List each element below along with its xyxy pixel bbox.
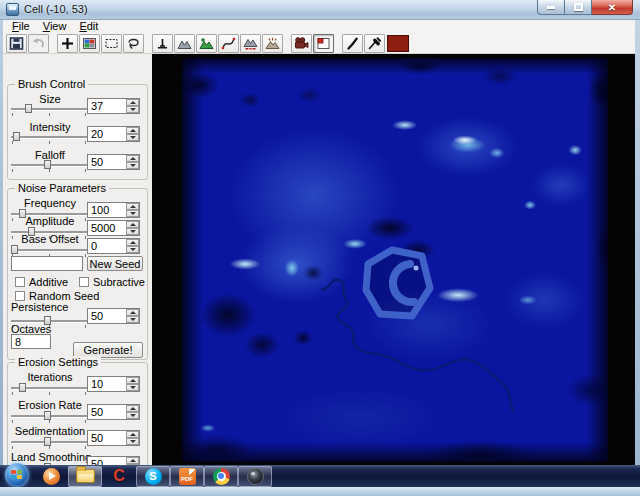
spin-up-button[interactable] bbox=[126, 309, 139, 316]
erosion-rate-slider-thumb[interactable] bbox=[44, 411, 51, 420]
overlay-toggle-button[interactable] bbox=[313, 34, 334, 53]
menu-file[interactable]: File bbox=[7, 20, 38, 33]
taskbar-chrome[interactable] bbox=[204, 466, 238, 487]
iterations-slider[interactable] bbox=[11, 383, 87, 395]
vegetation-icon bbox=[199, 37, 214, 50]
spin-up-button[interactable] bbox=[126, 221, 139, 228]
raise-terrain-button[interactable] bbox=[174, 34, 195, 53]
window-controls: ✕ bbox=[537, 0, 633, 15]
erosion-rate-field bbox=[87, 404, 140, 420]
heightmap-image[interactable] bbox=[182, 58, 608, 462]
iterations-input[interactable] bbox=[88, 377, 126, 391]
land-smoothing-input[interactable] bbox=[88, 457, 126, 465]
title-bar[interactable]: Cell (-10, 53) ✕ bbox=[0, 0, 640, 20]
additive-label: Additive bbox=[29, 276, 68, 288]
taskbar-pdf[interactable]: PDF bbox=[170, 466, 204, 487]
minimize-icon bbox=[547, 6, 555, 9]
structure-dot bbox=[414, 266, 419, 271]
start-button[interactable] bbox=[0, 466, 34, 487]
base-offset-slider-thumb[interactable] bbox=[11, 245, 18, 254]
spin-up-button[interactable] bbox=[126, 405, 139, 412]
raise-terrain-icon bbox=[177, 37, 192, 50]
falloff-slider-thumb[interactable] bbox=[44, 160, 51, 169]
sedimentation-slider[interactable] bbox=[11, 437, 87, 449]
intensity-input[interactable] bbox=[88, 127, 126, 141]
frequency-input[interactable] bbox=[88, 203, 126, 217]
menu-edit[interactable]: Edit bbox=[74, 20, 106, 33]
erosion-rate-input[interactable] bbox=[88, 405, 126, 419]
erode-terrain-button[interactable] bbox=[262, 34, 283, 53]
sedimentation-input[interactable] bbox=[88, 431, 126, 445]
new-seed-button[interactable]: New Seed bbox=[87, 256, 143, 271]
octaves-input[interactable] bbox=[11, 334, 51, 349]
eyedropper-button[interactable] bbox=[364, 34, 385, 53]
spin-down-button[interactable] bbox=[126, 412, 139, 419]
taskbar-explorer[interactable] bbox=[68, 466, 102, 487]
menu-view[interactable]: View bbox=[38, 20, 75, 33]
subractive-checkbox[interactable] bbox=[79, 277, 89, 287]
spin-up-button[interactable] bbox=[126, 431, 139, 438]
window-title: Cell (-10, 53) bbox=[24, 3, 88, 15]
size-input[interactable] bbox=[88, 99, 126, 113]
additive-checkbox[interactable] bbox=[15, 277, 25, 287]
chrome-icon bbox=[213, 468, 230, 485]
color-swatch[interactable] bbox=[387, 35, 409, 52]
undo-button[interactable] bbox=[28, 34, 49, 53]
random-seed-checkbox[interactable] bbox=[15, 291, 25, 301]
spin-down-button[interactable] bbox=[126, 438, 139, 445]
taskbar-media-globe[interactable] bbox=[238, 466, 272, 487]
size-slider[interactable] bbox=[11, 104, 87, 116]
spin-down-button[interactable] bbox=[126, 384, 139, 391]
spin-up-button[interactable] bbox=[126, 239, 139, 246]
spin-down-button[interactable] bbox=[126, 106, 139, 113]
save-icon bbox=[9, 37, 24, 50]
spin-down-button[interactable] bbox=[126, 134, 139, 141]
seed-input[interactable] bbox=[11, 256, 83, 271]
plumb-level-button[interactable] bbox=[152, 34, 173, 53]
falloff-input[interactable] bbox=[88, 155, 126, 169]
crosshair-button[interactable] bbox=[57, 34, 78, 53]
spin-up-button[interactable] bbox=[126, 99, 139, 106]
erosion-rate-slider[interactable] bbox=[11, 411, 87, 423]
taskbar-skype[interactable]: S bbox=[136, 466, 170, 487]
size-slider-thumb[interactable] bbox=[25, 104, 32, 113]
erosion-rate-spinner bbox=[126, 405, 139, 419]
spin-up-button[interactable] bbox=[126, 457, 139, 464]
spin-down-button[interactable] bbox=[126, 210, 139, 217]
sedimentation-slider-thumb[interactable] bbox=[44, 437, 51, 446]
minimize-button[interactable] bbox=[537, 0, 565, 15]
taskbar: C S PDF bbox=[0, 465, 640, 487]
amplitude-input[interactable] bbox=[88, 221, 126, 235]
close-button[interactable]: ✕ bbox=[592, 0, 633, 15]
iterations-slider-thumb[interactable] bbox=[19, 383, 26, 392]
taskbar-ccleaner[interactable]: C bbox=[102, 466, 136, 487]
spin-up-button[interactable] bbox=[126, 203, 139, 210]
falloff-field bbox=[87, 154, 140, 170]
spin-down-button[interactable] bbox=[126, 162, 139, 169]
spin-down-button[interactable] bbox=[126, 316, 139, 323]
render-camera-button[interactable] bbox=[291, 34, 312, 53]
lasso-select-icon bbox=[126, 37, 141, 50]
save-button[interactable] bbox=[6, 34, 27, 53]
spin-up-button[interactable] bbox=[126, 377, 139, 384]
terrain-canvas[interactable] bbox=[152, 54, 635, 465]
group-title: Brush Control bbox=[15, 78, 88, 90]
spin-up-button[interactable] bbox=[126, 127, 139, 134]
intensity-slider[interactable] bbox=[11, 132, 87, 144]
taskbar-media-player[interactable] bbox=[34, 466, 68, 487]
maximize-button[interactable] bbox=[565, 0, 592, 15]
spin-down-button[interactable] bbox=[126, 228, 139, 235]
base-offset-input[interactable] bbox=[88, 239, 126, 253]
advanced-terrain-button[interactable] bbox=[240, 34, 261, 53]
persistence-input[interactable] bbox=[88, 309, 126, 323]
spin-up-button[interactable] bbox=[126, 155, 139, 162]
paint-map-button[interactable] bbox=[79, 34, 100, 53]
spin-down-button[interactable] bbox=[126, 246, 139, 253]
falloff-slider[interactable] bbox=[11, 160, 87, 172]
lasso-select-button[interactable] bbox=[123, 34, 144, 53]
curve-tool-button[interactable] bbox=[218, 34, 239, 53]
rect-select-button[interactable] bbox=[101, 34, 122, 53]
intensity-slider-thumb[interactable] bbox=[13, 132, 20, 141]
vegetation-button[interactable] bbox=[196, 34, 217, 53]
brush-stroke-button[interactable] bbox=[342, 34, 363, 53]
